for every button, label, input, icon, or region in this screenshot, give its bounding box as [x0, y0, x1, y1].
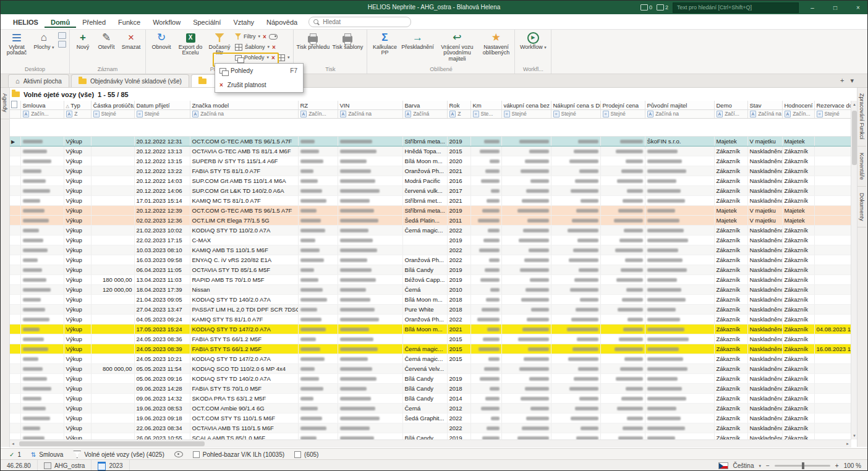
clear-filters-icon[interactable]: × — [263, 33, 266, 40]
column-header-majitel[interactable]: Původní majitel — [645, 101, 714, 110]
hscroll-thumb[interactable] — [19, 441, 205, 446]
column-header-cb[interactable]: vákupní cena bez DPH — [501, 101, 551, 110]
favorites-settings-button[interactable]: ★ Nastavení oblíbených — [479, 29, 513, 58]
filter-cell-smlouva[interactable]: AZačín... — [20, 110, 64, 119]
scroll-left-icon[interactable]: ◂ — [9, 440, 17, 448]
search-input[interactable] — [321, 18, 392, 26]
filter-cell-barva[interactable]: AZačíná — [402, 110, 447, 119]
column-header-rez[interactable]: Rezervace do — [814, 101, 851, 110]
table-row[interactable]: Výkup06.04.2023 11:05OCTAVIA STY TD 85/1… — [9, 265, 851, 275]
excel-export-button[interactable]: X Export do Excelu — [175, 29, 206, 58]
table-row[interactable]: Výkup180 000,0013.04.2023 11:03RAPID AMB… — [9, 275, 851, 285]
tab-orders[interactable]: Objednávky Volné skladové (vše) — [71, 74, 189, 87]
filter-cell-rok[interactable]: AZ — [447, 110, 470, 119]
table-row[interactable]: Výkup02.02.2023 12:36OCT.LIM CR Elega 77… — [9, 216, 851, 226]
monitor-badge[interactable]: 0 — [640, 4, 652, 11]
new-button[interactable]: + Nový — [72, 29, 94, 52]
table-row[interactable]: Výkup10.03.2023 08:10KAMIQ AMB TS 110/1.… — [9, 245, 851, 255]
table-row[interactable]: Výkup21.04.2023 09:05KODIAQ STY TD 140/2… — [9, 295, 851, 305]
column-header-castka[interactable]: Částka protiúčtu — [91, 101, 134, 110]
table-row[interactable]: Výkup20.12.2022 13:22FABIA STY TS 81/1.0… — [9, 166, 851, 176]
tab-current-view[interactable] — [191, 74, 218, 87]
clear-views-icon[interactable]: × — [271, 54, 275, 61]
table-row[interactable]: Výkup20.12.2022 13:15SUPERB iV STY TS 11… — [9, 156, 851, 166]
active-filter[interactable]: Volné ojeté vozy (vše) (4025) — [73, 451, 164, 458]
extra-count[interactable]: (605) — [294, 451, 318, 458]
filter-cell-datum[interactable]: =Stejné — [134, 110, 190, 119]
global-search-input[interactable]: Text pro hledání [Ctrl+Shift+Q] — [673, 2, 799, 13]
active-view[interactable]: Pohled-bazar V/K ILh (10035) — [193, 451, 284, 458]
menu-item-views[interactable]: Pohledy F7 — [215, 64, 303, 78]
filter-cell-rez[interactable]: =Stejné — [814, 110, 851, 119]
table-row[interactable]: Výkup17.01.2023 15:14KAMIQ MC TS 81/1.0 … — [9, 196, 851, 206]
minimize-button[interactable]: – — [803, 1, 822, 14]
menu-tab-speciální[interactable]: Speciální — [187, 16, 227, 28]
menu-item-cancel-validity[interactable]: × Zrušit platnost — [215, 78, 303, 92]
column-header-pc[interactable]: Prodejní cena — [600, 101, 645, 110]
tab-menu-button[interactable]: ▾ — [850, 77, 854, 85]
menu-tab-nápověda[interactable]: Nápověda — [260, 16, 304, 28]
column-header-rz[interactable]: RZ — [298, 101, 338, 110]
filter-cell-cs[interactable]: =Stejné — [551, 110, 600, 119]
filter-cell-sel[interactable] — [9, 110, 20, 119]
table-row[interactable]: Výkup16.03.2023 09:58ENYAQ C. iV vRS 220… — [9, 255, 851, 265]
language-selector[interactable]: Čeština — [733, 462, 754, 469]
table-row[interactable]: Výkup04.05.2023 09:24KAMIQ STY TS 81/1.0… — [9, 315, 851, 325]
table-row[interactable]: Výkup24.05.2023 10:21KODIAQ STY TD 147/2… — [9, 354, 851, 364]
tab-active-desktop[interactable]: ⌂ Aktivní plocha — [8, 74, 69, 87]
filter-cell-stav[interactable]: AZačíná na — [747, 110, 782, 119]
vscroll-thumb[interactable] — [852, 111, 857, 165]
views-grid-icon[interactable] — [278, 54, 285, 61]
filter-cell-km[interactable]: =Ste... — [470, 110, 501, 119]
filter-toggle-icon[interactable] — [269, 34, 278, 40]
table-row[interactable]: Výkup20.12.2022 14:03SUP.COM Grt AMB TS … — [9, 176, 851, 186]
menu-tab-vztahy[interactable]: Vztahy — [227, 16, 260, 28]
table-row[interactable]: Výkup19.06.2023 08:53OCT.COM Ambie 90/1.… — [9, 404, 851, 414]
maximize-button[interactable]: □ — [826, 1, 845, 14]
column-header-hodn[interactable]: Hodnocení — [782, 101, 814, 110]
table-row[interactable]: Výkup09.06.2023 14:32SKODA PRA TS 63/1.2… — [9, 394, 851, 404]
table-row[interactable]: Výkup800 000,0005.05.2023 11:54KODIAQ SC… — [9, 364, 851, 374]
column-header-datum[interactable]: Datum přijetí — [134, 101, 190, 110]
calculation-button[interactable]: Σ Kalkulace PP — [369, 29, 400, 58]
table-row[interactable]: Výkup24.05.2023 08:36FABIA STY TS 66/1.2… — [9, 334, 851, 344]
table-row[interactable]: Výkup20.12.2022 14:06SUP.COM Grt L&K TD … — [9, 186, 851, 196]
filter-cell-rz[interactable]: AZačín... — [298, 110, 338, 119]
templates-button[interactable]: Šablony▾ × — [233, 42, 291, 52]
filter-cell-castka[interactable]: =Stejné — [91, 110, 134, 119]
delete-button[interactable]: × Smazat — [119, 29, 143, 52]
column-header-km[interactable]: Km — [470, 101, 501, 110]
menu-tab-workflow[interactable]: Workflow — [147, 16, 187, 28]
zoom-slider[interactable] — [775, 465, 830, 467]
add-tab-button[interactable]: + — [840, 77, 844, 85]
table-row[interactable]: Výkup21.02.2023 10:02KODIAQ STY TD 110/2… — [9, 226, 851, 236]
menu-tab-helios[interactable]: HELIOS — [7, 16, 45, 28]
filters-button[interactable]: Filtry▾ × — [233, 32, 291, 41]
view-visibility[interactable] — [174, 451, 183, 457]
column-header-rok[interactable]: Rok — [447, 101, 470, 110]
column-header-cs[interactable]: Nákupní cena s DPH — [551, 101, 600, 110]
period-label[interactable]: 2023 — [91, 460, 129, 471]
side-panel-tab[interactable]: Zpracování Funkcí — [857, 87, 866, 146]
desktop-mini-icon-2[interactable] — [58, 41, 66, 48]
scroll-right-icon[interactable]: ▸ — [844, 440, 851, 448]
filter-cell-hodn[interactable]: AZačín... — [782, 110, 814, 119]
zoom-in-button[interactable]: + — [835, 462, 839, 469]
temp-filter-button[interactable]: Dočasný filtr — [206, 29, 233, 58]
column-header-typ[interactable]: △ Typ — [64, 101, 91, 110]
column-header-stav[interactable]: Stav — [747, 101, 782, 110]
zoom-slider-thumb[interactable] — [802, 462, 804, 469]
return-vehicle-button[interactable]: ↩ Vrácení vozu původnímu majiteli — [435, 29, 479, 64]
table-row[interactable]: Výkup20.12.2022 13:13OCTAVIA G-TEC AMB T… — [9, 146, 851, 156]
table-row[interactable]: Výkup22.02.2023 17:15C-MAX2019ZákazníkNa… — [9, 236, 851, 245]
side-panel-tab[interactable]: Komentáře — [857, 146, 866, 187]
table-row[interactable]: ▶Výkup20.12.2022 12:31OCT.COM G-TEC AMB … — [9, 137, 851, 146]
table-row[interactable]: Výkup09.06.2023 14:28FABIA STY TS 70/1.0… — [9, 384, 851, 394]
filter-cell-cb[interactable]: =Stejné — [501, 110, 551, 119]
filter-cell-vin[interactable]: AZačíná na — [338, 110, 402, 119]
table-row[interactable]: Výkup17.05.2023 15:24KODIAQ STY TD 147/2… — [9, 325, 851, 334]
clear-templates-icon[interactable]: × — [272, 44, 276, 51]
views-button[interactable]: Pohledy▾ × ▾ — [233, 53, 291, 62]
horizontal-scrollbar[interactable]: ◂ ▸ — [9, 439, 851, 448]
workflow-button[interactable]: ▶ Workflow ▾ — [517, 29, 549, 52]
